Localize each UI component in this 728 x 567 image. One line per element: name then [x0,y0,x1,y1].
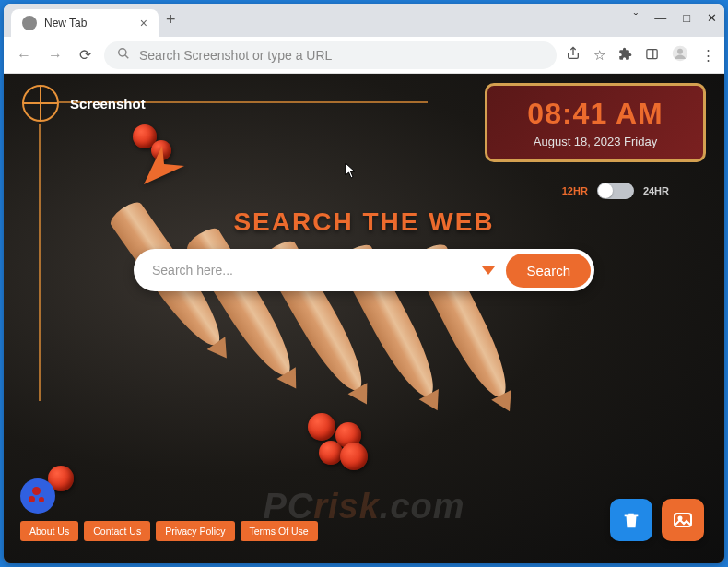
window-controls: ˇ — □ ✕ [634,11,717,25]
reload-button[interactable]: ⟳ [76,42,95,67]
svg-line-1 [125,55,129,59]
trash-button[interactable] [610,499,652,541]
search-input[interactable] [152,263,471,278]
clock-widget: 08:41 AM August 18, 2023 Friday [485,83,706,162]
profile-icon[interactable] [672,45,688,65]
page-title: SEARCH THE WEB [4,207,724,237]
title-bar: New Tab × + ˇ — □ ✕ [4,4,724,37]
new-tab-button[interactable]: + [159,6,183,33]
side-panel-icon[interactable] [645,47,659,64]
tomato-decoration [340,443,368,470]
close-window-button[interactable]: ✕ [707,11,717,25]
tomato-decoration [308,413,335,441]
clock-date: August 18, 2023 Friday [502,135,688,148]
tomato-decoration [319,441,343,465]
footer-links: About Us Contact Us Privacy Policy Terms… [20,521,318,541]
brand-name: Screenshot [70,96,146,112]
time-format-switch[interactable] [597,183,634,199]
app-launcher-button[interactable] [20,478,55,514]
forward-button[interactable]: → [44,43,66,67]
footer-link-about[interactable]: About Us [20,521,78,541]
search-bar: Search [134,249,594,291]
footer-link-terms[interactable]: Terms Of Use [241,521,318,541]
trash-icon [621,510,641,530]
crosshair-logo-icon [22,85,59,122]
tab-title: New Tab [44,17,87,30]
svg-rect-2 [647,49,657,58]
page-content: Screenshot 08:41 AM August 18, 2023 Frid… [4,74,724,563]
extensions-icon[interactable] [618,47,632,64]
address-bar[interactable]: Search Screenshot or type a URL [104,41,557,69]
browser-tab[interactable]: New Tab × [11,9,159,37]
chevron-down-icon[interactable]: ˇ [634,11,638,25]
omnibox-placeholder: Search Screenshot or type a URL [139,48,332,63]
label-24hr: 24HR [643,185,669,196]
search-button[interactable]: Search [506,254,591,288]
accent-line [39,124,41,401]
browser-window: New Tab × + ˇ — □ ✕ ← → ⟳ Search Screens… [4,4,724,563]
label-12hr: 12HR [562,185,588,196]
svg-point-5 [677,49,683,54]
menu-icon[interactable]: ⋮ [701,47,715,64]
browser-toolbar: ← → ⟳ Search Screenshot or type a URL ☆ … [4,37,724,74]
bottom-action-buttons [610,499,704,541]
image-icon [672,509,694,531]
close-tab-icon[interactable]: × [140,16,147,30]
brand-header: Screenshot [22,85,146,122]
favicon-icon [22,16,37,30]
footer-link-contact[interactable]: Contact Us [84,521,150,541]
search-engine-dropdown-icon[interactable] [482,266,495,275]
bookmark-icon[interactable]: ☆ [593,47,605,64]
back-button[interactable]: ← [13,43,35,67]
minimize-button[interactable]: — [654,11,666,25]
clock-time: 08:41 AM [502,97,688,131]
share-icon[interactable] [566,46,581,64]
maximize-button[interactable]: □ [683,11,690,25]
search-icon [117,47,130,63]
pointer-annotation-icon [136,140,188,192]
gallery-button[interactable] [662,499,704,541]
svg-point-0 [119,49,126,56]
svg-rect-6 [675,514,691,526]
footer-link-privacy[interactable]: Privacy Policy [156,521,234,541]
time-format-toggle: 12HR 24HR [562,183,669,199]
